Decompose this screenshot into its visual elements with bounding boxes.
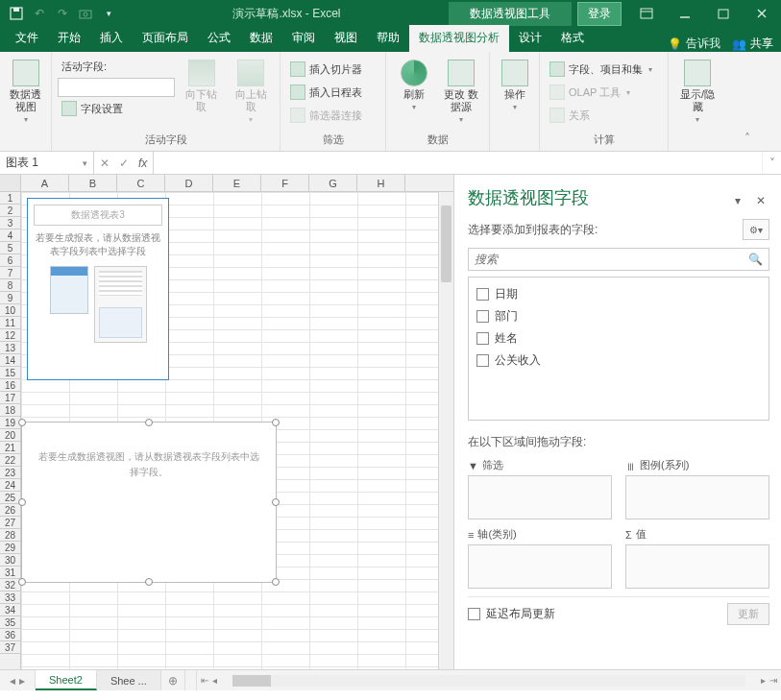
row-header[interactable]: 26 [0, 504, 20, 517]
legend-drop-zone[interactable]: ⫼图例(系列) [625, 458, 769, 519]
select-all-corner[interactable] [0, 175, 21, 191]
col-header[interactable]: H [357, 175, 405, 191]
field-item[interactable]: 公关收入 [473, 350, 765, 372]
expand-formula-bar-icon[interactable]: ˅ [762, 152, 781, 174]
col-header[interactable]: D [165, 175, 213, 191]
tab-formulas[interactable]: 公式 [198, 25, 240, 52]
scroll-right-icon[interactable]: ▸ [761, 675, 766, 686]
row-header[interactable]: 9 [0, 292, 20, 304]
row-header[interactable]: 13 [0, 342, 20, 354]
field-checkbox[interactable] [476, 288, 489, 301]
field-item[interactable]: 日期 [473, 283, 765, 305]
sheet-tab-active[interactable]: Sheet2 [36, 670, 97, 690]
row-header[interactable]: 15 [0, 367, 20, 379]
row-header[interactable]: 7 [0, 267, 20, 279]
row-header[interactable]: 2 [0, 205, 20, 217]
row-header[interactable]: 5 [0, 242, 20, 254]
pivot-chart-placeholder[interactable]: 若要生成数据透视图，请从数据透视表字段列表中选择字段。 [21, 422, 277, 583]
camera-icon[interactable] [75, 3, 96, 24]
filters-drop-zone[interactable]: ▼筛选 [468, 458, 612, 519]
axis-drop-zone[interactable]: ≡轴(类别) [468, 527, 612, 589]
field-search-box[interactable]: 🔍 [468, 248, 769, 271]
row-header[interactable]: 27 [0, 517, 20, 529]
redo-icon[interactable]: ↷ [52, 3, 73, 24]
formula-input[interactable] [154, 152, 762, 174]
row-header[interactable]: 31 [0, 567, 20, 579]
pane-close-icon[interactable]: ✕ [752, 192, 769, 209]
active-field-input[interactable] [58, 78, 175, 97]
row-header[interactable]: 8 [0, 279, 20, 292]
tab-design[interactable]: 设计 [509, 25, 551, 52]
ribbon-options-icon[interactable] [627, 0, 666, 27]
row-header[interactable]: 35 [0, 616, 20, 629]
sheet-next-icon[interactable]: ▸ [19, 674, 25, 688]
row-header[interactable]: 17 [0, 392, 20, 404]
row-header[interactable]: 25 [0, 492, 20, 504]
tab-home[interactable]: 开始 [48, 25, 90, 52]
row-header[interactable]: 34 [0, 604, 20, 616]
tab-file[interactable]: 文件 [6, 25, 48, 52]
row-header[interactable]: 29 [0, 542, 20, 554]
tell-me[interactable]: 💡告诉我 [668, 36, 720, 52]
row-header[interactable]: 4 [0, 229, 20, 242]
row-header[interactable]: 18 [0, 404, 20, 417]
fields-items-sets-button[interactable]: 字段、项目和集▾ [546, 60, 656, 79]
col-header[interactable]: A [21, 175, 69, 191]
field-checkbox[interactable] [476, 310, 489, 323]
col-header[interactable]: G [309, 175, 357, 191]
row-header[interactable]: 10 [0, 304, 20, 317]
field-list[interactable]: 日期部门姓名公关收入 [468, 277, 769, 421]
col-header[interactable]: F [261, 175, 309, 191]
enter-formula-icon[interactable]: ✓ [119, 157, 129, 170]
show-hide-button[interactable]: 显示/隐藏▾ [674, 56, 720, 128]
tab-page-layout[interactable]: 页面布局 [133, 25, 198, 52]
actions-button[interactable]: 操作▾ [496, 56, 533, 115]
row-header[interactable]: 30 [0, 554, 20, 567]
row-header[interactable]: 22 [0, 454, 20, 467]
row-header[interactable]: 1 [0, 192, 20, 205]
col-header[interactable]: E [213, 175, 261, 191]
row-header[interactable]: 33 [0, 591, 20, 604]
scroll-right-last-icon[interactable]: ⇥ [769, 675, 777, 686]
defer-layout-checkbox[interactable] [468, 608, 480, 620]
tab-review[interactable]: 审阅 [282, 25, 325, 52]
row-header[interactable]: 24 [0, 479, 20, 492]
field-settings-button[interactable]: 字段设置 [58, 99, 175, 118]
row-header[interactable]: 3 [0, 217, 20, 229]
tab-insert[interactable]: 插入 [90, 25, 133, 52]
tab-pivotchart-analyze[interactable]: 数据透视图分析 [409, 25, 509, 52]
field-checkbox[interactable] [476, 332, 489, 345]
col-header[interactable]: C [117, 175, 165, 191]
search-input[interactable] [475, 253, 748, 266]
row-header[interactable]: 23 [0, 467, 20, 479]
row-header[interactable]: 20 [0, 429, 20, 442]
cancel-formula-icon[interactable]: ✕ [100, 157, 110, 170]
field-checkbox[interactable] [476, 354, 489, 367]
row-header[interactable]: 36 [0, 629, 20, 641]
row-header[interactable]: 12 [0, 329, 20, 342]
row-header[interactable]: 32 [0, 579, 20, 591]
fx-icon[interactable]: fx [138, 157, 147, 170]
row-header[interactable]: 19 [0, 417, 20, 429]
tab-data[interactable]: 数据 [240, 25, 282, 52]
row-header[interactable]: 11 [0, 317, 20, 329]
row-header[interactable]: 21 [0, 442, 20, 454]
horizontal-scrollbar[interactable]: ⇤ ◂ ▸ ⇥ [196, 670, 781, 690]
insert-timeline-button[interactable]: 插入日程表 [286, 83, 366, 102]
insert-slicer-button[interactable]: 插入切片器 [286, 60, 366, 79]
save-icon[interactable] [6, 3, 27, 24]
values-drop-zone[interactable]: Σ值 [625, 527, 769, 589]
maximize-icon[interactable] [704, 0, 743, 27]
field-item[interactable]: 部门 [473, 305, 765, 327]
row-header[interactable]: 14 [0, 354, 20, 367]
tab-help[interactable]: 帮助 [367, 25, 409, 52]
vertical-scrollbar[interactable] [438, 192, 453, 669]
collapse-ribbon-icon[interactable]: ˄ [736, 52, 759, 151]
tab-format[interactable]: 格式 [551, 25, 594, 52]
row-header[interactable]: 6 [0, 254, 20, 267]
add-sheet-button[interactable]: ⊕ [161, 670, 184, 690]
login-button[interactable]: 登录 [577, 2, 622, 26]
qat-customize-icon[interactable]: ▾ [98, 3, 119, 24]
sheet-tab-other[interactable]: Shee ... [97, 670, 161, 690]
cell-grid[interactable]: 数据透视表3 若要生成报表，请从数据透视表字段列表中选择字段 [21, 192, 438, 669]
